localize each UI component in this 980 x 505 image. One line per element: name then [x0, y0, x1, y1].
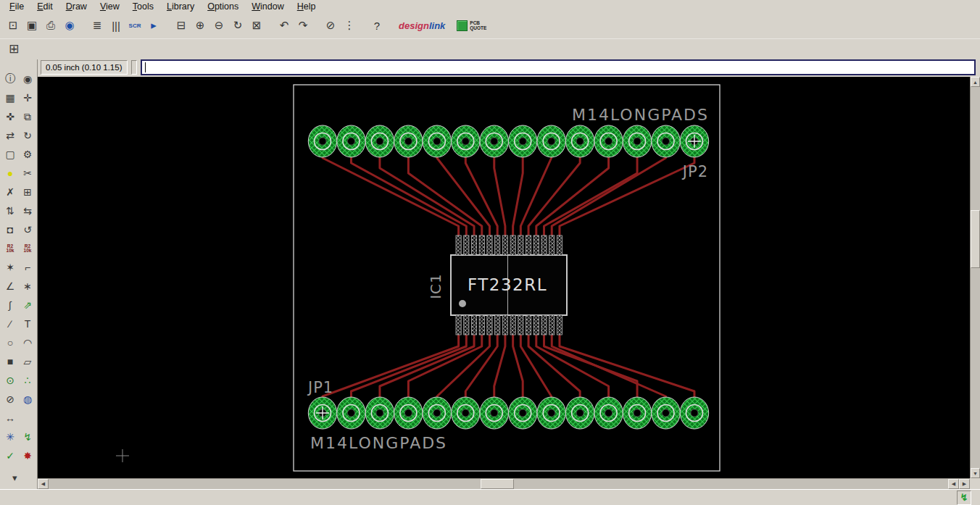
tool-paste[interactable]: ●: [2, 165, 18, 181]
tool-group[interactable]: ▢: [2, 146, 18, 162]
zoom-fit-button[interactable]: ⊟: [173, 17, 190, 34]
tool-info[interactable]: ⓘ: [2, 71, 18, 87]
ic-pin-bottom-11[interactable]: [533, 315, 539, 335]
ic-pin-top-13[interactable]: [549, 235, 555, 255]
pad-jp1-7[interactable]: [480, 397, 508, 429]
ic-pin-bottom-10[interactable]: [526, 315, 531, 335]
tool-polygon[interactable]: ▱: [20, 354, 36, 370]
trace-top-12[interactable]: [544, 141, 638, 246]
command-input[interactable]: [142, 61, 975, 74]
menu-help[interactable]: Help: [291, 1, 323, 12]
pad-jp2-7[interactable]: [480, 125, 508, 157]
layer-settings-button[interactable]: |||: [107, 17, 125, 34]
scroll-left-button-right-end[interactable]: ◀: [948, 479, 959, 489]
ic-pin-top-2[interactable]: [464, 235, 469, 255]
pad-jp1-3[interactable]: [365, 397, 394, 429]
tool-mark[interactable]: ✛: [20, 90, 36, 106]
pad-jp2-6[interactable]: [452, 125, 480, 157]
ic-pin-top-10[interactable]: [526, 235, 531, 255]
cam-processor-button[interactable]: ◉: [61, 17, 78, 34]
tool-drc[interactable]: ✓: [2, 448, 18, 464]
open-button[interactable]: ⊡: [4, 17, 22, 34]
tool-rotate[interactable]: ↻: [20, 128, 36, 143]
status-energy-icon[interactable]: ↯: [957, 491, 971, 505]
tool-spin[interactable]: ↺: [20, 222, 36, 238]
pad-jp1-4[interactable]: [394, 397, 423, 429]
run-button[interactable]: ▸: [145, 17, 162, 34]
scroll-right-button[interactable]: ▶: [959, 479, 970, 489]
ic-pin-top-14[interactable]: [557, 235, 562, 255]
horizontal-scrollbar[interactable]: ◀ ◀ ▶: [38, 478, 970, 489]
pad-jp1-11[interactable]: [594, 397, 623, 429]
stop-button[interactable]: ⊘: [322, 17, 339, 34]
tool-auto[interactable]: ↯: [20, 429, 36, 445]
menu-file[interactable]: File: [3, 1, 30, 12]
scroll-up-button[interactable]: ▲: [971, 77, 980, 87]
menu-view[interactable]: View: [94, 1, 126, 12]
ic-pin-bottom-6[interactable]: [495, 315, 500, 335]
pad-jp2-14[interactable]: [680, 125, 708, 157]
horizontal-scroll-track[interactable]: [49, 479, 948, 489]
tool-split[interactable]: ∠: [2, 278, 18, 294]
vertical-scroll-thumb[interactable]: [971, 210, 980, 268]
tool-ratsnest[interactable]: ✳: [2, 429, 18, 445]
pad-jp2-4[interactable]: [394, 125, 423, 157]
tool-rect[interactable]: ■: [2, 354, 18, 370]
ic-pin-top-8[interactable]: [510, 235, 515, 255]
zoom-in-button[interactable]: ⊕: [191, 17, 209, 34]
palette-scroll-down[interactable]: ▾: [12, 472, 17, 483]
designlink-logo[interactable]: designlink: [399, 20, 445, 31]
go-button[interactable]: ⋮: [341, 17, 358, 34]
tool-ripup[interactable]: ⇗: [20, 297, 36, 313]
zoom-select-button[interactable]: ⊠: [248, 17, 265, 34]
pad-jp1-10[interactable]: [565, 397, 594, 429]
tool-hole[interactable]: ⊘: [2, 391, 18, 407]
pad-jp2-9[interactable]: [537, 125, 565, 157]
tool-show[interactable]: ◉: [20, 71, 36, 87]
redo-button[interactable]: ↷: [294, 17, 312, 34]
tool-pad[interactable]: ◍: [20, 391, 36, 407]
tool-name[interactable]: R210k: [2, 241, 18, 256]
ic-pin-top-1[interactable]: [456, 235, 461, 255]
ic-pin-bottom-9[interactable]: [518, 315, 523, 335]
ic-pin-bottom-3[interactable]: [471, 315, 476, 335]
tool-optimize[interactable]: ∗: [20, 278, 36, 294]
ic-pin-top-4[interactable]: [479, 235, 484, 255]
ulp-button[interactable]: ≣: [88, 17, 106, 34]
canvas-area[interactable]: M14LONGPADSJP2JP1M14LONGPADSFT232RLIC1: [38, 77, 970, 478]
pad-jp2-5[interactable]: [423, 125, 451, 157]
ic-pin-top-5[interactable]: [487, 235, 492, 255]
pad-jp1-6[interactable]: [452, 397, 480, 429]
tool-miter[interactable]: ⌐: [20, 259, 36, 275]
ic-pin-top-3[interactable]: [471, 235, 476, 255]
pad-jp1-1[interactable]: [308, 397, 336, 429]
tool-dimension[interactable]: ↔: [2, 410, 18, 426]
pcb-drawing[interactable]: M14LONGPADSJP2JP1M14LONGPADSFT232RLIC1: [38, 77, 970, 478]
tool-circle[interactable]: ○: [2, 335, 18, 351]
ic-pin-bottom-2[interactable]: [464, 315, 469, 335]
pad-jp1-2[interactable]: [337, 397, 365, 429]
pad-jp1-5[interactable]: [423, 397, 451, 429]
pad-jp1-13[interactable]: [652, 397, 680, 429]
pad-jp2-3[interactable]: [365, 125, 394, 157]
tool-pinswap[interactable]: ⇅: [2, 203, 18, 219]
vertical-scrollbar[interactable]: ▲ ▼: [970, 77, 980, 478]
ic-pin-top-9[interactable]: [518, 235, 523, 255]
tool-route[interactable]: ∫: [2, 297, 18, 313]
tool-text[interactable]: T: [20, 316, 36, 332]
menu-options[interactable]: Options: [201, 1, 245, 12]
tool-display[interactable]: ▦: [2, 90, 18, 106]
pad-jp2-8[interactable]: [509, 125, 537, 157]
vertical-scroll-track[interactable]: [971, 87, 980, 468]
ic-pin-bottom-8[interactable]: [510, 315, 515, 335]
pad-jp1-12[interactable]: [623, 397, 651, 429]
pcb-quote-button[interactable]: PCBQUOTE: [457, 20, 486, 31]
save-button[interactable]: ▣: [23, 17, 41, 34]
horizontal-scroll-thumb[interactable]: [481, 479, 514, 489]
ic-pin-top-7[interactable]: [502, 235, 507, 255]
help-button[interactable]: ?: [368, 17, 386, 34]
zoom-out-button[interactable]: ⊖: [210, 17, 228, 34]
tool-copy[interactable]: ⧉: [20, 109, 36, 125]
tool-wire[interactable]: ∕: [2, 316, 18, 332]
menu-library[interactable]: Library: [160, 1, 201, 12]
